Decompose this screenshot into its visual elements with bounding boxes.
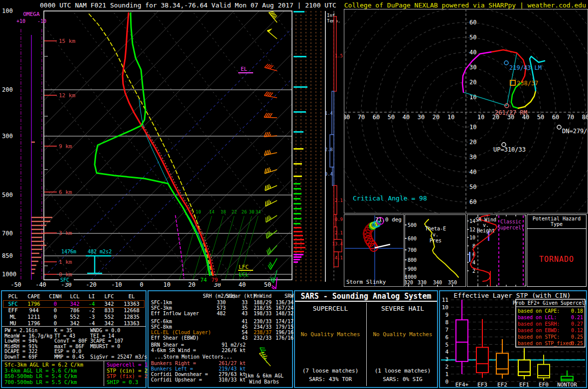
- eff-inflow-marker: [469, 252, 470, 262]
- skewt-diagram: 10141822263034OMEGA+10-10100200300500700…: [0, 0, 344, 289]
- stp-legend-label: based on ESRH:: [518, 321, 560, 327]
- kin-cell: LCL-EL (Cloud Layer): [151, 330, 203, 335]
- storm-motion-label: UP=310/33: [493, 146, 526, 153]
- kin-cell: [203, 319, 226, 324]
- storm-vector-label: Bunkers Left =: [151, 366, 206, 372]
- pressure-label: 300: [2, 133, 13, 140]
- kin-col-header: Shear (kt): [226, 293, 248, 300]
- thermo-value: K = 35: [54, 328, 90, 334]
- stp-box-EF0: [538, 355, 550, 380]
- stp-boxplot-panel: Effective Layer STP (with CIN)0123456789…: [439, 290, 587, 388]
- stp-ytick: 6: [445, 334, 448, 341]
- hodo-axis-label: 30: [469, 154, 476, 161]
- sars-column-header: SUPERCELL: [295, 305, 366, 312]
- sharppy-soun­ding-display: 0000 UTC NAM F021 Sounding for 38.34,-76…: [0, 0, 588, 389]
- hazard-panel-title: Potential Hazard Type: [527, 215, 586, 229]
- parcel-table: PCLCAPECINHLCLLILFCELSFC17960342-4342133…: [3, 293, 144, 327]
- hodo-axis-label: 40: [469, 169, 476, 176]
- thermo-value: SigSvr = 25247 m3/s3: [90, 355, 145, 360]
- pressure-label: 500: [2, 192, 13, 198]
- storm-vector-row: Corfidi Upshear =310/33 kt: [151, 377, 246, 383]
- kin-row: SFC-3km57335218/35167/24: [151, 305, 291, 311]
- sars-loose-matches: (1 loose matches): [367, 368, 438, 374]
- hodo-axis-label: 80: [582, 114, 588, 121]
- parcel-cell: 13363: [119, 301, 144, 307]
- storm-vector-label: Bunkers Right =: [151, 361, 206, 366]
- parcel-cell: 342: [99, 301, 119, 307]
- sars-status: No Quality Matches: [295, 331, 366, 338]
- height-label: 12 km: [59, 92, 75, 99]
- parcel-cell: -2: [84, 307, 99, 314]
- sfc-dewpoint-f: 74: [200, 277, 207, 283]
- thermo-indices: PW = 2.16inK = 35WNDG = 0.0MeanW = 16.7g…: [4, 328, 145, 360]
- srwind-height-label: 4: [472, 260, 475, 265]
- kin-cell: 330: [203, 300, 226, 305]
- sars-hail-column: SEVERE HAIL No Quality Matches (1 loose …: [367, 303, 438, 386]
- inferred-temp-advection-panel: Inf.Temp.1.5-1.4-2.8-0.42.10.92.113.44.1: [325, 0, 344, 289]
- kin-cell: 218/35: [248, 305, 272, 311]
- thetae-value-label: 340: [433, 280, 442, 285]
- divider: [366, 303, 367, 386]
- stp-ytick: 0: [445, 379, 448, 385]
- sars-result: SARS: 43% TOR: [295, 376, 366, 383]
- sars-panel: SARS - Sounding Analog System SUPERCELL …: [294, 290, 438, 388]
- kin-cell: 482: [203, 311, 226, 316]
- thetae-title: Pres: [430, 238, 441, 243]
- parcel-row: SFC17960342-434213363: [3, 301, 144, 307]
- kin-pair-value: 226/6 kt: [206, 348, 246, 353]
- hodo-axis-label: 50: [469, 34, 476, 41]
- kin-pair-row: 4-6km SR Wind =226/6 kt: [151, 348, 246, 353]
- mixing-ratio-label: 14: [209, 209, 215, 214]
- potential-hazard-panel: Potential Hazard Type TORNADO: [527, 214, 587, 287]
- classic-supercell-label: Supercell: [497, 225, 524, 230]
- hodo-axis-label: 40: [469, 49, 476, 56]
- thermo-value: PW = 2.16in: [4, 328, 54, 334]
- kin-cell: 234/33: [248, 324, 272, 330]
- storm-vector-row: Bunkers Right =261/27 kt: [151, 361, 246, 366]
- stp-legend: Prob EF2+ Given Supercellbased on CAPE:0…: [513, 299, 586, 347]
- parcel-row: ML12110552-355212835: [3, 314, 144, 320]
- kin-row: LCL-EL (Cloud Layer)54238/37196/16: [151, 330, 291, 335]
- stp-box-NONTOR: [561, 371, 573, 382]
- stp-box-EF3: [476, 319, 488, 378]
- parcel-cell: 0: [45, 307, 65, 314]
- theta-e-panel: 5006007008009001000320330340350Theta-Ev.…: [405, 214, 466, 287]
- hodo-axis-label: 20: [469, 139, 476, 146]
- stp-ytick: 4: [445, 349, 448, 355]
- stp-category-label: EF4+: [455, 382, 469, 387]
- stp-ytick: 11: [442, 297, 448, 303]
- sars-status: No Quality Matches: [367, 331, 438, 338]
- thermo-value: WNDG = 0.0: [90, 328, 145, 334]
- stp-category-label: EF3: [477, 382, 487, 387]
- sars-supercell-column: SUPERCELL No Quality Matches (7 loose ma…: [295, 303, 366, 386]
- hodo-axis-label: 70: [567, 114, 574, 121]
- temp-axis-label: 50: [264, 281, 271, 288]
- kin-cell: 136/34: [272, 300, 294, 305]
- divider: [104, 361, 104, 386]
- parcel-cell: 342: [65, 301, 84, 307]
- stp-legend-label: based on LCL:: [518, 315, 557, 320]
- stp-ytick: 9: [445, 312, 448, 318]
- stp-ytick: 8: [445, 319, 448, 326]
- parcel-cell: 1796: [22, 301, 45, 307]
- kin-col-header: [151, 293, 203, 300]
- hodo-axis-label: 30: [469, 64, 476, 71]
- stp-legend-value: 0.27: [571, 321, 583, 327]
- hodo-axis-label: 10: [477, 114, 484, 121]
- stp-legend-value: 0.18: [571, 308, 583, 314]
- parcel-cell: -3: [84, 314, 99, 320]
- parcel-col-header: CINH: [45, 293, 65, 300]
- hodo-axis-label: 20: [469, 79, 476, 86]
- adv-value: -1.4: [325, 111, 333, 116]
- hodograph: 1020304050601020304050601020304050607080…: [344, 9, 588, 213]
- adv-value: 13.4: [332, 241, 343, 246]
- hodo-axis-label: 50: [469, 184, 476, 191]
- omega-title: OMEGA: [23, 11, 39, 17]
- kin-cell: 174/17: [272, 319, 294, 324]
- kin-cell: [203, 324, 226, 330]
- stp-ytick: 2: [445, 364, 448, 370]
- adv-value: -0.4: [325, 172, 333, 177]
- hodo-axis-label: 30: [418, 114, 425, 121]
- height-label: 3 km: [59, 230, 72, 236]
- kin-col-header: SRH (m2/s2): [203, 293, 226, 300]
